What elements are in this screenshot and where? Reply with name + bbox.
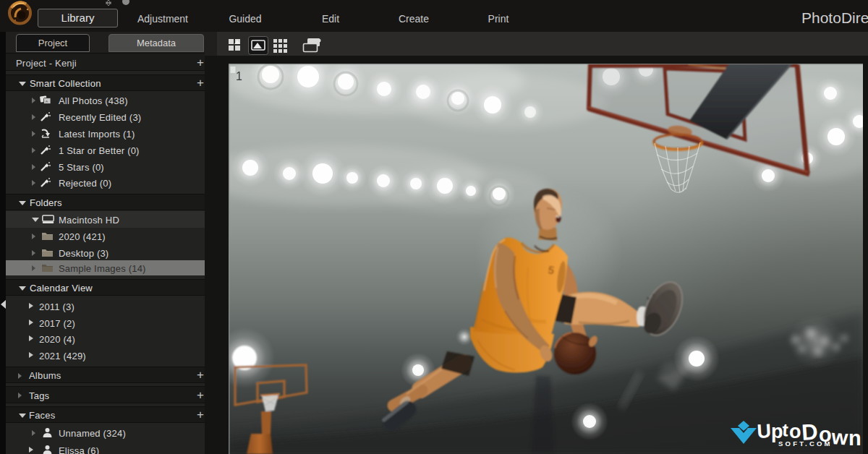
svg-text:SOFT.COM: SOFT.COM: [778, 440, 833, 447]
svg-text:t: t: [782, 419, 789, 440]
svg-text:1: 1: [236, 70, 242, 82]
svg-text:n: n: [848, 427, 861, 450]
svg-text:w: w: [830, 425, 849, 450]
svg-text:U: U: [757, 420, 772, 442]
